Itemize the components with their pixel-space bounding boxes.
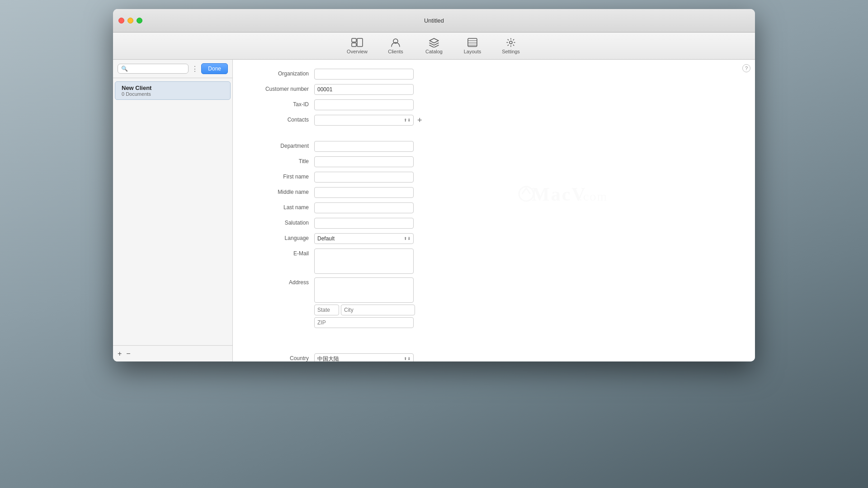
- tax-id-input[interactable]: [314, 99, 414, 110]
- organization-input[interactable]: [314, 69, 414, 80]
- contacts-select-wrap: ⬆⬇: [314, 115, 414, 126]
- title-input[interactable]: [314, 156, 414, 167]
- content-area: 🔍 ⋮ Done New Client 0 Documents + −: [113, 60, 755, 361]
- form-section: Organization Customer number Tax-ID: [251, 69, 567, 361]
- title-label: Title: [251, 156, 314, 164]
- address-label: Address: [251, 277, 314, 286]
- main-window: Untitled Overview Clients Catalog Layou: [113, 9, 755, 361]
- svg-rect-0: [352, 38, 356, 42]
- svg-rect-1: [352, 43, 356, 47]
- contacts-controls: ⬆⬇ +: [314, 115, 422, 126]
- main-form-area: Organization Customer number Tax-ID: [233, 60, 755, 361]
- tax-id-row: Tax-ID: [251, 99, 567, 111]
- sidebar: 🔍 ⋮ Done New Client 0 Documents + −: [113, 60, 233, 361]
- traffic-lights: [118, 18, 142, 23]
- clients-icon: [389, 38, 402, 47]
- last-name-row: Last name: [251, 202, 567, 214]
- add-client-button[interactable]: +: [118, 350, 122, 357]
- department-label: Department: [251, 141, 314, 149]
- country-row: Country 中国大陆 United States Germany Franc…: [251, 353, 567, 361]
- toolbar-label-layouts: Layouts: [464, 49, 481, 54]
- search-input[interactable]: [130, 66, 185, 72]
- department-row: Department: [251, 141, 567, 153]
- language-row: Language Default English Chinese German …: [251, 233, 567, 245]
- country-select[interactable]: 中国大陆 United States Germany France Japan: [314, 353, 414, 361]
- email-label: E-Mail: [251, 249, 314, 257]
- state-input[interactable]: [314, 305, 339, 315]
- address-group: [314, 277, 415, 328]
- organization-label: Organization: [251, 69, 314, 77]
- first-name-row: First name: [251, 172, 567, 183]
- layouts-icon: [466, 38, 479, 47]
- contacts-label: Contacts: [251, 115, 314, 123]
- salutation-row: Salutation: [251, 218, 567, 230]
- client-documents: 0 Documents: [122, 91, 224, 97]
- first-name-label: First name: [251, 172, 314, 180]
- department-input[interactable]: [314, 141, 414, 152]
- language-label: Language: [251, 233, 314, 241]
- address-row: Address: [251, 277, 567, 328]
- toolbar-item-clients[interactable]: Clients: [383, 38, 408, 54]
- first-name-input[interactable]: [314, 172, 414, 183]
- country-label: Country: [251, 353, 314, 361]
- language-select[interactable]: Default English Chinese German French: [314, 233, 414, 244]
- toolbar-item-overview[interactable]: Overview: [345, 38, 370, 54]
- titlebar: Untitled: [113, 9, 755, 33]
- close-button[interactable]: [118, 18, 124, 23]
- middle-name-label: Middle name: [251, 187, 314, 195]
- sidebar-list: New Client 0 Documents: [113, 78, 232, 345]
- tax-id-label: Tax-ID: [251, 99, 314, 108]
- toolbar-label-clients: Clients: [388, 49, 403, 54]
- customer-number-row: Customer number: [251, 84, 567, 96]
- search-wrap: 🔍: [118, 64, 189, 74]
- zip-input[interactable]: [314, 317, 414, 328]
- contacts-row: Contacts ⬆⬇ +: [251, 115, 567, 127]
- last-name-label: Last name: [251, 202, 314, 211]
- last-name-input[interactable]: [314, 202, 414, 213]
- email-input[interactable]: [314, 249, 414, 274]
- spacer-3: [251, 343, 567, 353]
- done-button[interactable]: Done: [201, 63, 228, 74]
- email-row: E-Mail: [251, 249, 567, 274]
- minimize-button[interactable]: [127, 18, 133, 23]
- customer-number-input[interactable]: [314, 84, 414, 95]
- client-name: New Client: [122, 84, 224, 91]
- city-input[interactable]: [341, 305, 415, 315]
- overview-icon: [351, 38, 363, 47]
- add-contact-button[interactable]: +: [417, 116, 422, 124]
- catalog-icon: [428, 38, 440, 47]
- sidebar-toolbar: 🔍 ⋮ Done: [113, 60, 232, 78]
- sidebar-options-icon[interactable]: ⋮: [191, 65, 198, 73]
- toolbar-item-layouts[interactable]: Layouts: [460, 38, 485, 54]
- sidebar-footer: + −: [113, 345, 232, 361]
- search-icon: 🔍: [121, 66, 128, 72]
- toolbar-label-overview: Overview: [347, 49, 368, 54]
- toolbar-item-catalog[interactable]: Catalog: [422, 38, 447, 54]
- maximize-button[interactable]: [137, 18, 142, 23]
- salutation-input[interactable]: [314, 218, 414, 229]
- toolbar-item-settings[interactable]: Settings: [499, 38, 524, 54]
- address-input[interactable]: [314, 277, 414, 303]
- main-wrapper: Organization Customer number Tax-ID: [233, 60, 755, 361]
- spacer-1: [251, 130, 567, 141]
- remove-client-button[interactable]: −: [126, 350, 130, 357]
- language-select-wrap: Default English Chinese German French ⬆⬇: [314, 233, 414, 244]
- settings-icon: [505, 38, 517, 47]
- sidebar-client-item[interactable]: New Client 0 Documents: [115, 81, 231, 100]
- middle-name-row: Middle name: [251, 187, 567, 199]
- window-title: Untitled: [424, 17, 444, 24]
- toolbar: Overview Clients Catalog Layouts Setting…: [113, 33, 755, 60]
- middle-name-input[interactable]: [314, 187, 414, 198]
- toolbar-label-catalog: Catalog: [425, 49, 443, 54]
- customer-number-label: Customer number: [251, 84, 314, 92]
- svg-point-8: [509, 41, 512, 44]
- contacts-select[interactable]: [314, 115, 414, 126]
- svg-rect-2: [357, 38, 363, 47]
- title-row: Title: [251, 156, 567, 168]
- help-button[interactable]: ?: [742, 64, 750, 72]
- state-city-row: [314, 305, 415, 315]
- country-select-wrap: 中国大陆 United States Germany France Japan …: [314, 353, 414, 361]
- organization-row: Organization: [251, 69, 567, 80]
- toolbar-label-settings: Settings: [502, 49, 520, 54]
- salutation-label: Salutation: [251, 218, 314, 226]
